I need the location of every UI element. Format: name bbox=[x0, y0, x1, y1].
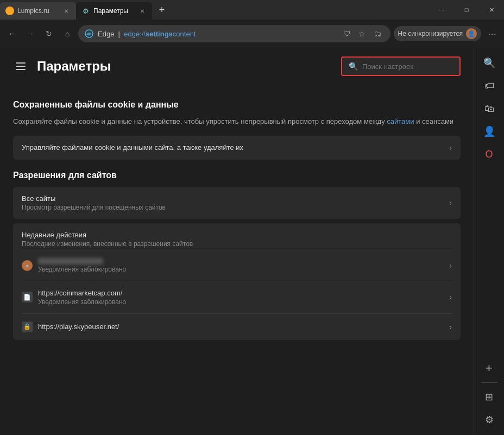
sidebar-add-icon[interactable]: + bbox=[478, 357, 500, 379]
coinmarket-subtitle: Уведомления заблокировано bbox=[38, 298, 444, 306]
refresh-button[interactable]: ↻ bbox=[41, 26, 56, 41]
manage-cookies-item[interactable]: Управляйте файлами cookie и данными сайт… bbox=[13, 136, 461, 160]
blurred-entry-subtitle: Уведомления заблокировано bbox=[38, 266, 444, 273]
tab-close-settings[interactable]: ✕ bbox=[138, 7, 147, 15]
hamburger-menu-button[interactable] bbox=[13, 59, 28, 74]
recent-entry-skype[interactable]: 🔒 https://play.skypeuser.net/ › bbox=[13, 314, 461, 340]
blurred-site-text: Уведомления заблокировано bbox=[38, 258, 444, 273]
sidebar-tag-icon[interactable]: 🏷 bbox=[478, 75, 500, 97]
recent-activity-subtitle: Последние изменения, внесенные в разреше… bbox=[22, 240, 452, 248]
sidebar-outlook-icon[interactable]: O bbox=[478, 143, 500, 165]
cookies-section-title: Сохраненные файлы cookie и данные bbox=[13, 100, 461, 110]
cookies-card: Управляйте файлами cookie и данными сайт… bbox=[13, 136, 461, 160]
blurred-entry-chevron: › bbox=[449, 261, 452, 270]
blurred-title bbox=[38, 258, 103, 264]
all-sites-text: Все сайты Просмотр разрешений для посеще… bbox=[22, 194, 444, 211]
close-button[interactable]: ✕ bbox=[479, 1, 504, 18]
site-icon-blurred: ● bbox=[22, 260, 33, 271]
manage-cookies-chevron: › bbox=[449, 143, 452, 152]
tab-favicon-lumpics bbox=[5, 7, 14, 15]
collections-icon[interactable]: 🗂 bbox=[371, 27, 384, 40]
recent-activity-card: Недавние действия Последние изменения, в… bbox=[13, 223, 461, 340]
tab-lumpics[interactable]: Lumpics.ru ✕ bbox=[0, 2, 76, 20]
permissions-section-title: Разрешения для сайтов bbox=[13, 171, 461, 180]
recent-activity-header: Недавние действия Последние изменения, в… bbox=[13, 223, 461, 250]
recent-entry-blurred[interactable]: ● Уведомления заблокировано › bbox=[13, 250, 461, 281]
recent-activity-title: Недавние действия bbox=[22, 231, 452, 239]
sidebar-divider bbox=[481, 382, 497, 383]
coinmarket-title: https://coinmarketcap.com/ bbox=[38, 289, 444, 297]
skype-title: https://play.skypeuser.net/ bbox=[38, 323, 444, 331]
edge-logo-icon bbox=[85, 29, 93, 38]
profile-label: Не синхронизируется bbox=[398, 30, 463, 37]
sidebar-search-icon[interactable]: 🔍 bbox=[478, 52, 500, 74]
address-icons: 🛡 ☆ 🗂 bbox=[341, 27, 384, 40]
forward-button[interactable]: → bbox=[23, 26, 38, 41]
browser-menu-button[interactable]: ⋯ bbox=[484, 26, 500, 41]
right-sidebar: 🔍 🏷 🛍 👤 O + ⊞ ⚙ bbox=[474, 48, 504, 435]
sidebar-layout-icon[interactable]: ⊞ bbox=[478, 386, 500, 408]
brand-name: Edge bbox=[98, 30, 114, 38]
favorites-icon[interactable]: ☆ bbox=[356, 27, 369, 40]
profile-button[interactable]: Не синхронизируется 👤 bbox=[394, 26, 481, 41]
profile-avatar: 👤 bbox=[466, 28, 477, 39]
recent-entry-coinmarket[interactable]: 📄 https://coinmarketcap.com/ Уведомления… bbox=[13, 281, 461, 313]
minimize-button[interactable]: ─ bbox=[429, 1, 454, 18]
url-settings: settings bbox=[146, 30, 173, 38]
site-icon-skype: 🔒 bbox=[22, 321, 33, 332]
hamburger-line-1 bbox=[16, 62, 26, 64]
manage-cookies-text: Управляйте файлами cookie и данными сайт… bbox=[22, 143, 444, 152]
back-button[interactable]: ← bbox=[4, 26, 20, 41]
page-title: Параметры bbox=[37, 59, 332, 74]
skype-chevron: › bbox=[449, 323, 452, 331]
search-icon: 🔍 bbox=[349, 62, 358, 71]
tab-label-lumpics: Lumpics.ru bbox=[17, 7, 59, 15]
site-icon-coinmarket: 📄 bbox=[22, 292, 33, 302]
skype-text: https://play.skypeuser.net/ bbox=[38, 323, 444, 331]
address-bar: ← → ↻ ⌂ Edge | edge://settingscontent 🛡 … bbox=[0, 20, 504, 48]
blurred-title-row bbox=[38, 258, 444, 264]
tab-group: Lumpics.ru ✕ ⚙ Параметры ✕ + bbox=[0, 0, 169, 20]
all-sites-chevron: › bbox=[449, 198, 452, 207]
tab-close-lumpics[interactable]: ✕ bbox=[62, 7, 71, 15]
home-button[interactable]: ⌂ bbox=[60, 26, 75, 41]
address-input[interactable]: Edge | edge://settingscontent 🛡 ☆ 🗂 bbox=[78, 25, 390, 42]
new-tab-button[interactable]: + bbox=[154, 2, 169, 17]
search-input: Поиск настроек bbox=[362, 62, 413, 71]
url-path: content bbox=[173, 30, 196, 38]
main-layout: Параметры 🔍 Поиск настроек Сохраненные ф… bbox=[0, 48, 504, 435]
window-controls: ─ □ ✕ bbox=[429, 0, 504, 20]
settings-body: Сохраненные файлы cookie и данные Сохран… bbox=[0, 85, 474, 435]
sidebar-bag-icon[interactable]: 🛍 bbox=[478, 98, 500, 119]
all-sites-title: Все сайты bbox=[22, 194, 444, 203]
recent-activity-text: Недавние действия Последние изменения, в… bbox=[22, 231, 452, 248]
tab-favicon-settings: ⚙ bbox=[81, 7, 90, 15]
settings-search-box[interactable]: 🔍 Поиск настроек bbox=[341, 56, 461, 76]
shield-icon[interactable]: 🛡 bbox=[341, 27, 354, 40]
hamburger-line-3 bbox=[16, 69, 26, 70]
coinmarket-chevron: › bbox=[449, 293, 452, 301]
url-scheme: edge:// bbox=[124, 30, 146, 38]
cookies-section-desc: Сохраняйте файлы cookie и данные на устр… bbox=[13, 116, 461, 127]
settings-header: Параметры 🔍 Поиск настроек bbox=[0, 48, 474, 85]
sidebar-person-icon[interactable]: 👤 bbox=[478, 121, 500, 142]
coinmarket-text: https://coinmarketcap.com/ Уведомления з… bbox=[38, 289, 444, 306]
maximize-button[interactable]: □ bbox=[454, 1, 479, 18]
title-bar: Lumpics.ru ✕ ⚙ Параметры ✕ + ─ □ ✕ bbox=[0, 0, 504, 20]
manage-cookies-title: Управляйте файлами cookie и данными сайт… bbox=[22, 143, 444, 152]
tab-settings[interactable]: ⚙ Параметры ✕ bbox=[76, 2, 152, 20]
hamburger-line-2 bbox=[16, 66, 26, 67]
settings-content: Параметры 🔍 Поиск настроек Сохраненные ф… bbox=[0, 48, 474, 435]
sidebar-gear-icon[interactable]: ⚙ bbox=[478, 409, 500, 431]
permissions-card: Все сайты Просмотр разрешений для посеще… bbox=[13, 187, 461, 219]
tab-label-settings: Параметры bbox=[93, 7, 135, 15]
all-sites-subtitle: Просмотр разрешений для посещенных сайто… bbox=[22, 204, 444, 211]
address-text: Edge | edge://settingscontent bbox=[98, 30, 336, 38]
all-sites-item[interactable]: Все сайты Просмотр разрешений для посеще… bbox=[13, 187, 461, 219]
cookies-link-sites[interactable]: сайтами bbox=[387, 117, 414, 125]
